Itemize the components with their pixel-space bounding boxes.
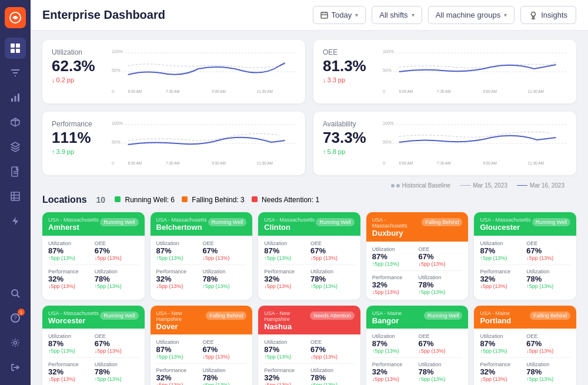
date-filter-button[interactable]: Today ▾ (313, 6, 366, 24)
svg-text:50%: 50% (383, 68, 392, 73)
card-status-badge: Running Well (424, 312, 462, 320)
card-metrics-top: Utilization 87% ↑5pp (13%) OEE 67% ↓5pp … (480, 333, 570, 354)
card-oee: OEE 67% ↓5pp (13%) (95, 333, 139, 354)
sidebar-item-chart[interactable] (5, 87, 26, 108)
location-card[interactable]: USA - Massachusetts Belchertown Running … (151, 212, 253, 300)
legend-historical: Historical Baseline (391, 182, 450, 189)
svg-text:9:00 AM: 9:00 AM (212, 161, 226, 165)
location-card[interactable]: USA - Massachusetts Worcester Running We… (42, 306, 145, 385)
card-oee: OEE 67% ↓5pp (13%) (419, 246, 463, 267)
machine-filter-button[interactable]: All machine groups ▾ (428, 6, 515, 24)
svg-point-22 (14, 342, 17, 344)
legend-date2: Mar 16, 2023 (517, 182, 564, 189)
svg-text:11:30 AM: 11:30 AM (257, 89, 273, 93)
legend-date2-label: Mar 16, 2023 (530, 182, 564, 189)
svg-text:0: 0 (383, 89, 385, 94)
card-header: USA - Massachusetts Worcester Running We… (42, 306, 145, 329)
sidebar-item-help[interactable]: ? 1 (5, 307, 26, 329)
card-body: Utilization 87% ↑5pp (13%) OEE 67% ↓5pp … (151, 334, 253, 385)
card-status-badge: Falling Behind (206, 312, 246, 320)
green-dot (115, 196, 121, 202)
card-header: USA - Massachusetts Clinton Running Well (258, 212, 360, 236)
card-util: Utilization 87% ↑5pp (13%) (372, 333, 416, 354)
card-header: USA - Massachusetts Belchertown Running … (151, 212, 253, 236)
utilization-chart: 100% 50% 0 6:00 AM 7:30 AM 9:00 AM 11:30… (112, 48, 296, 95)
sidebar-item-search[interactable] (5, 283, 26, 304)
svg-text:6:00 AM: 6:00 AM (128, 89, 142, 93)
sidebar-item-layers[interactable] (5, 136, 26, 158)
card-perf: Performance 32% ↓5pp (13%) (156, 367, 201, 385)
card-state: USA - New Hampshire (156, 310, 206, 322)
card-perf: Performance 32% ↓5pp (13%) (480, 361, 524, 382)
app-logo[interactable] (5, 7, 26, 28)
card-utilization2: Utilization 78% ↑5pp (13%) (95, 269, 139, 289)
utilization-value: 62.3% (52, 58, 105, 75)
card-header: USA - New Hampshire Nashua Needs Attenti… (258, 306, 360, 335)
card-divider (156, 265, 247, 265)
card-body: Utilization 87% ↑5pp (13%) OEE 67% ↓5pp … (474, 236, 576, 294)
legend-date1-label: Mar 15, 2023 (473, 182, 507, 189)
svg-text:7:30 AM: 7:30 AM (166, 89, 180, 93)
card-city: Worcester (48, 316, 99, 326)
performance-chart: 100% 50% 0 6:00 AM 7:30 AM 9:00 AM 11:30… (112, 120, 296, 167)
status-running-well: Running Well: 6 (115, 196, 175, 204)
sidebar-item-logout[interactable] (5, 357, 26, 378)
machine-filter-label: All machine groups (436, 11, 501, 19)
location-card[interactable]: USA - Massachusetts Amherst Running Well… (42, 212, 145, 300)
location-card[interactable]: USA - New Hampshire Nashua Needs Attenti… (258, 306, 360, 385)
card-util: Utilization 87% ↑5pp (13%) (48, 333, 92, 354)
card-city: Clinton (264, 223, 315, 232)
location-card[interactable]: USA - New Hampshire Dover Falling Behind… (151, 306, 253, 385)
card-state: USA - Maine (480, 310, 511, 316)
card-metrics-top: Utilization 87% ↑5pp (13%) OEE 67% ↓5pp … (156, 240, 247, 261)
legend-historical-label: Historical Baseline (402, 182, 450, 189)
svg-rect-6 (15, 96, 16, 102)
card-metrics-bottom: Performance 32% ↓5pp (13%) Utilization 7… (156, 269, 247, 289)
availability-chart: 100% 50% 0 6:00 AM 7:30 AM 9:00 AM 11:30… (383, 120, 567, 167)
card-state: USA - Massachusetts (48, 217, 99, 223)
card-oee: OEE 67% ↓5pp (13%) (95, 240, 139, 261)
metric-info-performance: Performance 111% ↑3.9 pp (52, 120, 105, 155)
location-card[interactable]: USA - Massachusetts Gloucester Running W… (474, 212, 576, 300)
card-divider (48, 357, 139, 358)
sidebar-item-settings[interactable] (5, 332, 26, 353)
card-metrics-bottom: Performance 32% ↓5pp (13%) Utilization 7… (156, 367, 247, 385)
card-util: Utilization 87% ↑5pp (13%) (480, 240, 524, 261)
sidebar-item-bar[interactable] (5, 186, 26, 207)
insights-button[interactable]: Insights (520, 6, 576, 24)
svg-point-28 (532, 12, 536, 16)
content-area: Utilization 62.3% ↓0.2 pp 100% 50% 0 (31, 31, 588, 385)
card-divider (264, 265, 355, 265)
topbar: Enterprise Dashboard Today ▾ All shifts … (31, 0, 588, 31)
location-card[interactable]: USA - Maine Portland Falling Behind Util… (474, 306, 576, 385)
card-utilization2: Utilization 78% ↑5pp (13%) (419, 361, 463, 382)
oee-chart: 100% 50% 0 6:00 AM 7:30 AM 9:00 AM 11:30… (383, 48, 567, 95)
location-card[interactable]: USA - Maine Bangor Running Well Utilizat… (366, 306, 469, 385)
card-util: Utilization 87% ↑5pp (13%) (48, 240, 92, 261)
card-status-badge: Falling Behind (422, 218, 462, 226)
location-card[interactable]: USA - Massachusetts Duxbury Falling Behi… (366, 212, 469, 300)
card-divider (480, 357, 570, 358)
card-divider (48, 265, 139, 265)
card-metrics-top: Utilization 87% ↑5pp (13%) OEE 67% ↓5pp … (264, 240, 355, 261)
svg-text:9:00 AM: 9:00 AM (483, 161, 497, 165)
svg-text:?: ? (14, 315, 17, 322)
sidebar-item-file[interactable] (5, 161, 26, 182)
card-city: Gloucester (480, 223, 530, 232)
sidebar-item-network[interactable] (5, 38, 26, 59)
card-metrics-bottom: Performance 32% ↓5pp (13%) Utilization 7… (264, 367, 355, 385)
sidebar-item-filter[interactable] (5, 62, 26, 83)
sidebar-item-cube[interactable] (5, 112, 26, 133)
card-metrics-top: Utilization 87% ↑5pp (13%) OEE 67% ↓5pp … (264, 339, 355, 360)
orange-dot (182, 196, 188, 202)
card-metrics-bottom: Performance 32% ↓5pp (13%) Utilization 7… (372, 361, 463, 382)
shift-filter-button[interactable]: All shifts ▾ (372, 6, 422, 24)
card-header: USA - Massachusetts Gloucester Running W… (474, 212, 576, 236)
svg-rect-7 (18, 93, 19, 102)
svg-text:100%: 100% (112, 49, 123, 54)
card-metrics-bottom: Performance 32% ↓5pp (13%) Utilization 7… (48, 361, 139, 382)
location-card[interactable]: USA - Massachusetts Clinton Running Well… (258, 212, 360, 300)
sidebar-item-bolt[interactable] (5, 210, 26, 232)
card-utilization2: Utilization 78% ↑5pp (13%) (310, 269, 355, 289)
card-body: Utilization 87% ↑5pp (13%) OEE 67% ↓5pp … (366, 329, 469, 385)
